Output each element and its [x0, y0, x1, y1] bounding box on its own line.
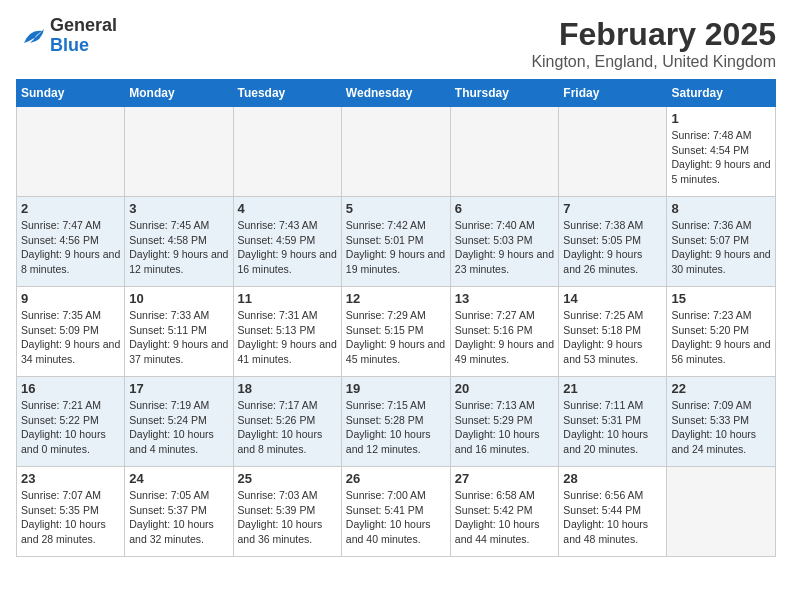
calendar: SundayMondayTuesdayWednesdayThursdayFrid…: [16, 79, 776, 557]
day-cell: 19Sunrise: 7:15 AM Sunset: 5:28 PM Dayli…: [341, 377, 450, 467]
day-number: 2: [21, 201, 120, 216]
day-info: Sunrise: 7:13 AM Sunset: 5:29 PM Dayligh…: [455, 398, 555, 457]
day-cell: 21Sunrise: 7:11 AM Sunset: 5:31 PM Dayli…: [559, 377, 667, 467]
day-number: 26: [346, 471, 446, 486]
day-cell: 15Sunrise: 7:23 AM Sunset: 5:20 PM Dayli…: [667, 287, 776, 377]
title-block: February 2025 Kington, England, United K…: [531, 16, 776, 71]
day-cell: 4Sunrise: 7:43 AM Sunset: 4:59 PM Daylig…: [233, 197, 341, 287]
day-number: 25: [238, 471, 337, 486]
weekday-header-thursday: Thursday: [450, 80, 559, 107]
day-cell: 18Sunrise: 7:17 AM Sunset: 5:26 PM Dayli…: [233, 377, 341, 467]
day-cell: [17, 107, 125, 197]
day-number: 6: [455, 201, 555, 216]
day-info: Sunrise: 7:25 AM Sunset: 5:18 PM Dayligh…: [563, 308, 662, 367]
day-cell: 10Sunrise: 7:33 AM Sunset: 5:11 PM Dayli…: [125, 287, 233, 377]
day-cell: 22Sunrise: 7:09 AM Sunset: 5:33 PM Dayli…: [667, 377, 776, 467]
day-info: Sunrise: 7:11 AM Sunset: 5:31 PM Dayligh…: [563, 398, 662, 457]
day-cell: 11Sunrise: 7:31 AM Sunset: 5:13 PM Dayli…: [233, 287, 341, 377]
day-number: 7: [563, 201, 662, 216]
day-info: Sunrise: 7:03 AM Sunset: 5:39 PM Dayligh…: [238, 488, 337, 547]
day-info: Sunrise: 7:33 AM Sunset: 5:11 PM Dayligh…: [129, 308, 228, 367]
day-info: Sunrise: 7:09 AM Sunset: 5:33 PM Dayligh…: [671, 398, 771, 457]
day-info: Sunrise: 7:48 AM Sunset: 4:54 PM Dayligh…: [671, 128, 771, 187]
day-cell: 2Sunrise: 7:47 AM Sunset: 4:56 PM Daylig…: [17, 197, 125, 287]
weekday-header-saturday: Saturday: [667, 80, 776, 107]
day-number: 28: [563, 471, 662, 486]
day-cell: 13Sunrise: 7:27 AM Sunset: 5:16 PM Dayli…: [450, 287, 559, 377]
day-cell: 6Sunrise: 7:40 AM Sunset: 5:03 PM Daylig…: [450, 197, 559, 287]
day-number: 12: [346, 291, 446, 306]
day-number: 8: [671, 201, 771, 216]
week-row-5: 23Sunrise: 7:07 AM Sunset: 5:35 PM Dayli…: [17, 467, 776, 557]
day-number: 13: [455, 291, 555, 306]
day-cell: 5Sunrise: 7:42 AM Sunset: 5:01 PM Daylig…: [341, 197, 450, 287]
day-number: 5: [346, 201, 446, 216]
weekday-header-sunday: Sunday: [17, 80, 125, 107]
day-info: Sunrise: 7:36 AM Sunset: 5:07 PM Dayligh…: [671, 218, 771, 277]
day-number: 22: [671, 381, 771, 396]
weekday-header-row: SundayMondayTuesdayWednesdayThursdayFrid…: [17, 80, 776, 107]
day-info: Sunrise: 6:58 AM Sunset: 5:42 PM Dayligh…: [455, 488, 555, 547]
weekday-header-friday: Friday: [559, 80, 667, 107]
day-info: Sunrise: 7:07 AM Sunset: 5:35 PM Dayligh…: [21, 488, 120, 547]
day-cell: [125, 107, 233, 197]
logo-icon: [16, 21, 46, 51]
day-info: Sunrise: 7:27 AM Sunset: 5:16 PM Dayligh…: [455, 308, 555, 367]
day-info: Sunrise: 7:45 AM Sunset: 4:58 PM Dayligh…: [129, 218, 228, 277]
month-title: February 2025: [531, 16, 776, 53]
day-cell: [233, 107, 341, 197]
day-cell: 12Sunrise: 7:29 AM Sunset: 5:15 PM Dayli…: [341, 287, 450, 377]
day-info: Sunrise: 7:21 AM Sunset: 5:22 PM Dayligh…: [21, 398, 120, 457]
day-cell: 25Sunrise: 7:03 AM Sunset: 5:39 PM Dayli…: [233, 467, 341, 557]
day-info: Sunrise: 7:15 AM Sunset: 5:28 PM Dayligh…: [346, 398, 446, 457]
day-info: Sunrise: 7:31 AM Sunset: 5:13 PM Dayligh…: [238, 308, 337, 367]
day-cell: 16Sunrise: 7:21 AM Sunset: 5:22 PM Dayli…: [17, 377, 125, 467]
day-cell: 20Sunrise: 7:13 AM Sunset: 5:29 PM Dayli…: [450, 377, 559, 467]
day-info: Sunrise: 7:17 AM Sunset: 5:26 PM Dayligh…: [238, 398, 337, 457]
day-number: 23: [21, 471, 120, 486]
day-cell: 17Sunrise: 7:19 AM Sunset: 5:24 PM Dayli…: [125, 377, 233, 467]
weekday-header-monday: Monday: [125, 80, 233, 107]
day-number: 16: [21, 381, 120, 396]
day-info: Sunrise: 7:38 AM Sunset: 5:05 PM Dayligh…: [563, 218, 662, 277]
day-number: 18: [238, 381, 337, 396]
weekday-header-tuesday: Tuesday: [233, 80, 341, 107]
day-info: Sunrise: 7:42 AM Sunset: 5:01 PM Dayligh…: [346, 218, 446, 277]
day-number: 24: [129, 471, 228, 486]
day-info: Sunrise: 7:29 AM Sunset: 5:15 PM Dayligh…: [346, 308, 446, 367]
day-cell: 24Sunrise: 7:05 AM Sunset: 5:37 PM Dayli…: [125, 467, 233, 557]
day-cell: [559, 107, 667, 197]
day-cell: 1Sunrise: 7:48 AM Sunset: 4:54 PM Daylig…: [667, 107, 776, 197]
day-info: Sunrise: 7:19 AM Sunset: 5:24 PM Dayligh…: [129, 398, 228, 457]
day-cell: 14Sunrise: 7:25 AM Sunset: 5:18 PM Dayli…: [559, 287, 667, 377]
page-header: General Blue February 2025 Kington, Engl…: [16, 16, 776, 71]
day-info: Sunrise: 6:56 AM Sunset: 5:44 PM Dayligh…: [563, 488, 662, 547]
day-number: 21: [563, 381, 662, 396]
day-info: Sunrise: 7:35 AM Sunset: 5:09 PM Dayligh…: [21, 308, 120, 367]
day-number: 11: [238, 291, 337, 306]
day-cell: 23Sunrise: 7:07 AM Sunset: 5:35 PM Dayli…: [17, 467, 125, 557]
day-cell: 9Sunrise: 7:35 AM Sunset: 5:09 PM Daylig…: [17, 287, 125, 377]
day-number: 1: [671, 111, 771, 126]
week-row-2: 2Sunrise: 7:47 AM Sunset: 4:56 PM Daylig…: [17, 197, 776, 287]
day-number: 27: [455, 471, 555, 486]
location: Kington, England, United Kingdom: [531, 53, 776, 71]
logo-text: General Blue: [50, 16, 117, 56]
week-row-3: 9Sunrise: 7:35 AM Sunset: 5:09 PM Daylig…: [17, 287, 776, 377]
logo: General Blue: [16, 16, 117, 56]
day-number: 3: [129, 201, 228, 216]
week-row-1: 1Sunrise: 7:48 AM Sunset: 4:54 PM Daylig…: [17, 107, 776, 197]
day-info: Sunrise: 7:05 AM Sunset: 5:37 PM Dayligh…: [129, 488, 228, 547]
day-cell: [667, 467, 776, 557]
day-number: 4: [238, 201, 337, 216]
day-number: 19: [346, 381, 446, 396]
day-number: 20: [455, 381, 555, 396]
day-info: Sunrise: 7:47 AM Sunset: 4:56 PM Dayligh…: [21, 218, 120, 277]
day-info: Sunrise: 7:00 AM Sunset: 5:41 PM Dayligh…: [346, 488, 446, 547]
day-number: 14: [563, 291, 662, 306]
day-cell: [450, 107, 559, 197]
day-info: Sunrise: 7:40 AM Sunset: 5:03 PM Dayligh…: [455, 218, 555, 277]
day-number: 10: [129, 291, 228, 306]
day-number: 15: [671, 291, 771, 306]
day-info: Sunrise: 7:43 AM Sunset: 4:59 PM Dayligh…: [238, 218, 337, 277]
